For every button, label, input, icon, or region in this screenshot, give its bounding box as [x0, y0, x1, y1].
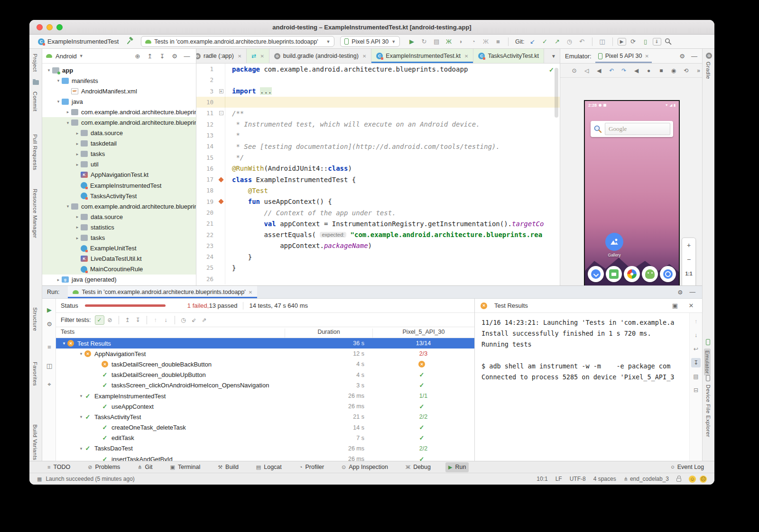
- test-row[interactable]: ✓tasksScreen_clickOnAndroidHomeIcon_Open…: [56, 380, 474, 391]
- soft-wrap-icon[interactable]: ↩: [691, 344, 701, 354]
- device-manager-icon[interactable]: ▯: [640, 37, 651, 47]
- rerun-tests-icon[interactable]: ▶: [44, 304, 55, 315]
- zoom-reset-button[interactable]: 1:1: [682, 266, 695, 281]
- project-tree-item[interactable]: ▸tasks: [42, 233, 196, 243]
- tool-window-button-problems[interactable]: ⊘Problems: [85, 462, 123, 472]
- build-hammer-icon[interactable]: [126, 37, 134, 46]
- gallery-app[interactable]: Gallery: [605, 233, 624, 257]
- tree-chevron-icon[interactable]: ▸: [74, 236, 81, 240]
- tool-tab-emulator[interactable]: Emulator: [704, 349, 711, 376]
- column-tests[interactable]: Tests: [61, 329, 74, 335]
- layout-settings-icon[interactable]: ◫: [44, 360, 55, 371]
- test-row[interactable]: ✓taskDetailScreen_doubleUpButton4 s✓: [56, 370, 474, 380]
- code-line[interactable]: 19 fun useAppContext() {: [196, 196, 560, 207]
- tool-tab-gradle[interactable]: Gradle: [705, 62, 711, 79]
- pin-tab-icon[interactable]: ⌖: [44, 379, 55, 390]
- code-line[interactable]: 1package com.example.android.architectur…: [196, 64, 560, 74]
- status-message[interactable]: Launch succeeded (5 minutes ago): [46, 476, 134, 482]
- tree-chevron-icon[interactable]: ▸: [55, 277, 62, 282]
- code-line[interactable]: 24 }: [196, 251, 560, 262]
- git-update-icon[interactable]: ↙: [528, 37, 538, 47]
- import-results-icon[interactable]: ⇙: [189, 315, 199, 325]
- scroll-up-icon[interactable]: ↑: [691, 317, 701, 326]
- expand-all-icon[interactable]: ↥: [123, 315, 132, 325]
- collapse-all-icon[interactable]: ↧: [157, 51, 167, 61]
- project-tree-item[interactable]: TasksActivityTest: [42, 191, 196, 201]
- run-config-tab[interactable]: Tests in 'com.example.android.architectu…: [68, 286, 257, 298]
- tree-chevron-icon[interactable]: ▾: [78, 351, 84, 356]
- fold-marker-icon[interactable]: -: [217, 111, 225, 115]
- code-line[interactable]: 3+import ...: [196, 86, 560, 97]
- project-tree-item[interactable]: ▾manifests: [42, 75, 196, 86]
- tool-window-button-todo[interactable]: ≡TODO: [45, 462, 73, 472]
- close-console-icon[interactable]: ✕: [686, 301, 696, 311]
- screenshot-icon[interactable]: ◉: [670, 67, 677, 74]
- collapse-all-icon[interactable]: ↧: [133, 315, 143, 325]
- stop-icon[interactable]: ■: [44, 341, 55, 352]
- more-icon[interactable]: »: [695, 67, 702, 74]
- code-line[interactable]: 16@RunWith(AndroidJUnit4::class): [196, 163, 560, 174]
- close-icon[interactable]: ✕: [645, 54, 648, 59]
- code-line[interactable]: 13 *: [196, 130, 560, 141]
- test-runner-settings-icon[interactable]: ⚙: [44, 319, 55, 329]
- code-line[interactable]: 17class ExampleInstrumentedTest {: [196, 174, 560, 185]
- code-line[interactable]: 15 */: [196, 152, 560, 163]
- debug-icon[interactable]: Ж: [444, 37, 454, 47]
- rerun-icon[interactable]: ↻: [419, 37, 429, 47]
- zoom-out-button[interactable]: −: [682, 252, 695, 266]
- event-log-button[interactable]: ○ Event Log: [671, 464, 704, 470]
- overview-icon[interactable]: ■: [657, 67, 665, 74]
- tree-chevron-icon[interactable]: ▸: [74, 162, 81, 167]
- test-row[interactable]: ✓createOneTask_deleteTask14 s✓: [56, 422, 474, 433]
- breadcrumb[interactable]: C ExampleInstrumentedTest: [38, 38, 119, 45]
- device-select[interactable]: Pixel 5 API 30 ▼: [340, 36, 400, 47]
- project-structure-icon[interactable]: ◫: [597, 37, 608, 47]
- test-history-icon[interactable]: ◷: [179, 315, 188, 325]
- toolwindow-quick-access-icon[interactable]: ▦: [37, 476, 42, 482]
- project-tree-item[interactable]: MFAndroidManifest.xml: [42, 86, 196, 96]
- next-failed-icon[interactable]: ↓: [161, 315, 171, 325]
- project-tree-item[interactable]: ▸data.source: [42, 128, 196, 138]
- emulator-settings-icon[interactable]: ⚙: [679, 53, 685, 60]
- tool-tab-commit[interactable]: Commit: [32, 92, 38, 111]
- tree-chevron-icon[interactable]: ▾: [65, 120, 71, 125]
- test-row[interactable]: ▾✕AppNavigationTest12 s2/3: [56, 349, 474, 359]
- code-line[interactable]: 2: [196, 74, 560, 85]
- run-settings-icon[interactable]: ⚙: [677, 289, 683, 296]
- search-everywhere-icon[interactable]: [663, 37, 674, 47]
- volume-down-icon[interactable]: ◁: [583, 67, 590, 74]
- tree-chevron-icon[interactable]: ▾: [78, 446, 84, 451]
- code-editor[interactable]: 1package com.example.android.architectur…: [196, 64, 560, 285]
- close-window-button[interactable]: [37, 24, 43, 30]
- code-line[interactable]: 23 appContext.packageName): [196, 240, 560, 251]
- feedback-sad-icon[interactable]: ☹: [700, 476, 707, 483]
- project-tree-item[interactable]: ▾com.example.android.architecture.bluepr…: [42, 201, 196, 211]
- test-row[interactable]: ✓useAppContext26 ms✓: [56, 401, 474, 412]
- run-test-gutter-icon[interactable]: [217, 178, 225, 182]
- close-icon[interactable]: ✕: [249, 290, 252, 295]
- tree-chevron-icon[interactable]: ▾: [55, 99, 62, 104]
- tree-chevron-icon[interactable]: ▸: [65, 110, 71, 114]
- code-line[interactable]: 26: [196, 274, 560, 284]
- close-tab-icon[interactable]: ✕: [362, 54, 366, 59]
- tool-tab-pull-requests[interactable]: Pull Requests: [32, 134, 38, 170]
- readonly-lock-icon[interactable]: [676, 478, 681, 482]
- search-field[interactable]: Google: [605, 123, 670, 135]
- tool-window-button-profiler[interactable]: ◔Profiler: [296, 462, 327, 472]
- hide-run-panel-icon[interactable]: —: [690, 289, 696, 296]
- rotate-right-icon[interactable]: ↷: [620, 67, 628, 74]
- tree-chevron-icon[interactable]: ▸: [74, 131, 81, 136]
- show-ignored-icon[interactable]: ⊘: [105, 315, 115, 325]
- code-line[interactable]: 10: [196, 97, 560, 108]
- tree-chevron-icon[interactable]: ▾: [78, 394, 84, 398]
- project-tree-item[interactable]: ▸com.example.android.architecture.bluepr…: [42, 107, 196, 117]
- profiler-icon[interactable]: ◔: [468, 37, 479, 47]
- tool-tab-build-variants[interactable]: Build Variants: [32, 424, 38, 460]
- fold-marker-icon[interactable]: +: [217, 89, 225, 93]
- tool-window-button-debug[interactable]: ЖDebug: [403, 462, 434, 472]
- hide-emulator-icon[interactable]: —: [691, 53, 697, 60]
- tool-tab-structure[interactable]: Structure: [32, 307, 38, 331]
- power-icon[interactable]: ⊙: [571, 67, 578, 74]
- locate-file-icon[interactable]: ⊕: [132, 51, 143, 61]
- project-tree-item[interactable]: MainCoroutineRule: [42, 264, 196, 275]
